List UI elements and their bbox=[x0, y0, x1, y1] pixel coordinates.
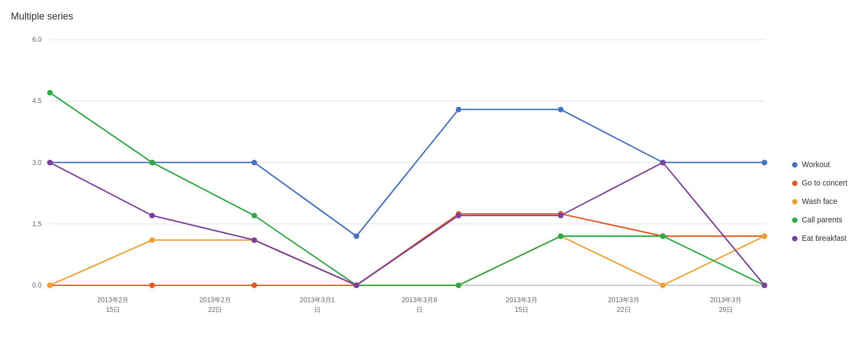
chart-title: Multiple series bbox=[11, 11, 868, 22]
legend-item-workout: Workout bbox=[792, 160, 868, 169]
legend-label-workout: Workout bbox=[802, 160, 830, 169]
legend-label-callparents: Call parents bbox=[802, 215, 843, 224]
x-label-3b: 日 bbox=[314, 306, 321, 314]
gotoconcert-dot-2 bbox=[251, 283, 257, 288]
legend-color-washface bbox=[792, 199, 797, 204]
eatbreakfast-dot-5 bbox=[558, 213, 563, 218]
x-label-5: 2013年3月 bbox=[506, 296, 537, 304]
chart-area: 0.0 1.5 3.0 4.5 6.0 bbox=[11, 28, 868, 353]
x-label-5b: 15日 bbox=[515, 306, 529, 314]
legend-item-gotoconcert: Go to concert bbox=[792, 178, 868, 187]
legend-item-callparents: Call parents bbox=[792, 215, 868, 224]
washface-dot-0 bbox=[47, 283, 53, 288]
x-label-1: 2013年2月 bbox=[97, 296, 129, 304]
y-label-45: 4.5 bbox=[32, 97, 41, 105]
workout-dot-2 bbox=[251, 159, 257, 165]
x-label-6: 2013年3月 bbox=[608, 296, 640, 304]
gotoconcert-line bbox=[50, 214, 764, 285]
gotoconcert-dot-1 bbox=[149, 283, 155, 288]
legend-item-eatbreakfast: Eat breakfast bbox=[792, 234, 868, 242]
chart-svg: 0.0 1.5 3.0 4.5 6.0 bbox=[11, 28, 781, 353]
workout-dot-5 bbox=[558, 107, 563, 112]
workout-dot-4 bbox=[456, 107, 461, 112]
callparents-dot-0 bbox=[47, 90, 53, 95]
legend-color-workout bbox=[792, 162, 797, 168]
chart-main: 0.0 1.5 3.0 4.5 6.0 bbox=[11, 28, 781, 353]
x-label-4b: 日 bbox=[416, 306, 423, 314]
legend-label-washface: Wash face bbox=[802, 197, 838, 206]
x-label-1b: 15日 bbox=[106, 306, 120, 314]
y-label-0: 0.0 bbox=[32, 282, 41, 289]
callparents-dot-1 bbox=[149, 159, 155, 165]
callparents-dot-2 bbox=[251, 213, 257, 218]
workout-dot-3 bbox=[354, 233, 359, 239]
legend-item-washface: Wash face bbox=[792, 197, 868, 206]
x-label-4: 2013年3月8 bbox=[402, 296, 437, 304]
x-label-2: 2013年2月 bbox=[199, 296, 231, 304]
legend-label-gotoconcert: Go to concert bbox=[802, 178, 847, 187]
washface-dot-6 bbox=[660, 283, 666, 288]
callparents-dot-4 bbox=[456, 283, 461, 288]
washface-dot-7 bbox=[762, 233, 767, 239]
washface-line bbox=[50, 236, 764, 285]
eatbreakfast-dot-1 bbox=[149, 213, 155, 218]
x-label-7b: 29日 bbox=[719, 306, 733, 314]
y-label-60: 6.0 bbox=[32, 36, 41, 43]
washface-dot-1 bbox=[149, 237, 155, 242]
eatbreakfast-dot-4 bbox=[456, 213, 461, 218]
eatbreakfast-dot-3 bbox=[354, 283, 359, 288]
x-label-3: 2013年3月1 bbox=[299, 296, 335, 304]
y-label-15: 1.5 bbox=[32, 220, 41, 228]
legend-color-eatbreakfast bbox=[792, 236, 797, 241]
eatbreakfast-dot-6 bbox=[660, 159, 666, 165]
workout-dot-7 bbox=[762, 159, 767, 165]
y-label-30: 3.0 bbox=[32, 159, 41, 167]
legend-color-gotoconcert bbox=[792, 181, 797, 186]
callparents-dot-5 bbox=[558, 233, 563, 239]
callparents-line bbox=[50, 93, 764, 285]
legend-label-eatbreakfast: Eat breakfast bbox=[802, 234, 847, 242]
chart-legend: Workout Go to concert Wash face Call par… bbox=[781, 28, 868, 353]
x-label-2b: 22日 bbox=[208, 306, 222, 314]
legend-color-callparents bbox=[792, 218, 797, 223]
eatbreakfast-dot-7 bbox=[762, 283, 767, 288]
x-label-7: 2013年3月 bbox=[710, 296, 742, 304]
eatbreakfast-dot-2 bbox=[251, 237, 257, 242]
page-container: Multiple series 0.0 1.5 3. bbox=[0, 0, 868, 358]
callparents-dot-6 bbox=[660, 233, 666, 239]
x-label-6b: 22日 bbox=[617, 306, 631, 314]
eatbreakfast-dot-0 bbox=[47, 159, 53, 165]
